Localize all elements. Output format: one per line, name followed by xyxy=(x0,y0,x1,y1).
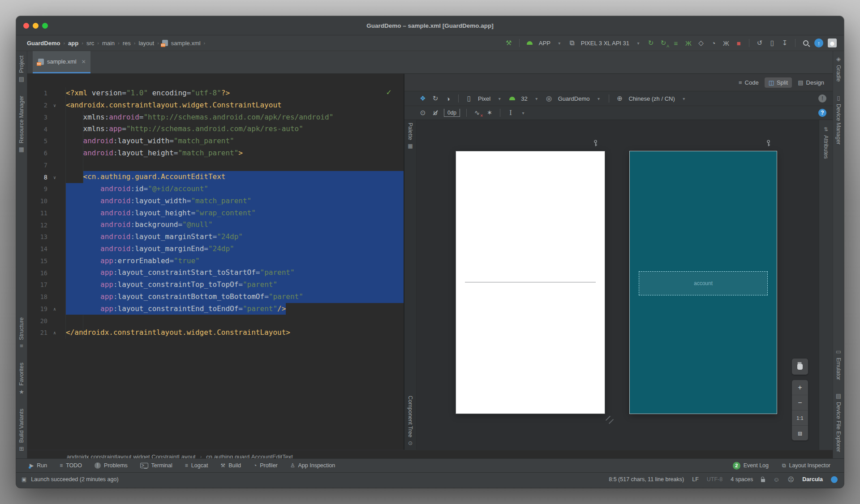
palette-tab[interactable]: Palette ▦ xyxy=(404,123,416,149)
structure-tool-tab[interactable]: Structure≡ xyxy=(18,317,25,350)
target-device-label[interactable]: PIXEL 3 XL API 31 xyxy=(580,38,630,48)
design-surface-icon[interactable]: ❖ xyxy=(419,94,427,103)
view-mode-design[interactable]: ▤Design xyxy=(794,77,828,88)
layout-inspector-button[interactable]: ⧉ Layout Inspector xyxy=(782,462,830,469)
todo-toolwindow-button[interactable]: ≡TODO xyxy=(60,462,82,469)
gutter[interactable]: 15 xyxy=(27,255,66,267)
close-tab-icon[interactable]: ✕ xyxy=(82,59,86,65)
code-line[interactable]: 8∨ <cn.authing.guard.AccountEditText xyxy=(27,171,404,183)
code-line[interactable]: 2∨<androidx.constraintlayout.widget.Cons… xyxy=(27,99,404,111)
component-tree-tab[interactable]: Component Tree ⊙ xyxy=(404,396,416,446)
gradle-sync-icon[interactable]: ↺ xyxy=(756,38,764,48)
gutter[interactable]: 5 xyxy=(27,135,66,147)
gutter[interactable]: 12 xyxy=(27,219,66,231)
code-line[interactable]: 17 app:layout_constraintTop_toTopOf="par… xyxy=(27,279,404,291)
theme-label[interactable]: GuardDemo xyxy=(558,94,590,103)
gutter[interactable]: 21∧ xyxy=(27,327,66,339)
gutter[interactable]: 13 xyxy=(27,231,66,243)
fold-marker-icon[interactable]: ∧ xyxy=(53,330,56,335)
breadcrumb-item[interactable]: GuardDemo xyxy=(27,40,60,47)
gutter[interactable]: 7 xyxy=(27,159,66,171)
indent-indicator[interactable]: 4 spaces xyxy=(731,476,753,483)
code-line[interactable]: 14 android:layout_marginEnd="24dp" xyxy=(27,243,404,255)
default-margin-selector[interactable]: 0dp xyxy=(444,109,460,117)
design-canvas[interactable]: account + − 1:1 xyxy=(417,120,819,450)
account-edittext-selected[interactable]: account xyxy=(639,271,768,295)
code-line[interactable]: 1<?xml version="1.0" encoding="utf-8"?> xyxy=(27,87,404,99)
code-line[interactable]: 6 android:layout_height="match_parent"> xyxy=(27,147,404,159)
gutter[interactable]: 16 xyxy=(27,267,66,279)
design-preview-device[interactable] xyxy=(456,151,605,414)
build-hammer-icon[interactable]: ⚒ xyxy=(505,38,513,48)
search-everywhere-icon[interactable] xyxy=(802,38,810,48)
stop-icon[interactable]: ■ xyxy=(735,38,743,48)
problems-toolwindow-button[interactable]: !Problems xyxy=(95,462,128,469)
favorites-tool-tab[interactable]: Favorites★ xyxy=(18,363,25,395)
attach-debugger-icon[interactable]: Ж xyxy=(722,38,730,48)
breadcrumb-item[interactable]: src xyxy=(86,40,94,47)
encoding-indicator[interactable]: UTF-8 xyxy=(707,476,722,483)
inspections-ok-icon[interactable]: ✓ xyxy=(386,88,392,97)
debug-icon[interactable]: Ж xyxy=(684,38,692,48)
run-config-label[interactable]: APP xyxy=(538,38,551,48)
zoom-in-button[interactable]: + xyxy=(792,380,808,395)
theme-icon[interactable]: ◎ xyxy=(545,94,553,103)
emulator-tool-tab[interactable]: ▭Emulator xyxy=(835,348,842,380)
read-write-lock-icon[interactable] xyxy=(761,479,765,482)
caret-position[interactable]: 8:5 (517 chars, 11 line breaks) xyxy=(609,476,684,483)
profiler-icon[interactable]: ◔ xyxy=(710,38,718,48)
code-line[interactable]: 18 app:layout_constraintBottom_toBottomO… xyxy=(27,291,404,303)
gutter[interactable]: 4 xyxy=(27,123,66,135)
orientation-icon[interactable]: ↻ xyxy=(431,94,439,103)
zoom-to-fit-button[interactable]: ⧈ xyxy=(792,426,808,440)
zoom-window-button[interactable] xyxy=(42,23,48,29)
breadcrumb-item[interactable]: layout xyxy=(138,40,154,47)
toolwindow-toggle-icon[interactable]: ▣ xyxy=(22,476,26,483)
code-line[interactable]: 21∧</androidx.constraintlayout.widget.Co… xyxy=(27,327,404,339)
pan-button[interactable] xyxy=(792,359,808,375)
code-line[interactable]: 10 android:layout_width="match_parent" xyxy=(27,195,404,207)
device-label[interactable]: Pixel xyxy=(477,94,491,103)
zoom-out-button[interactable]: − xyxy=(792,395,808,410)
app-inspection-toolwindow-button[interactable]: ♙App Inspection xyxy=(290,462,335,469)
code-line[interactable]: 16 app:layout_constraintStart_toStartOf=… xyxy=(27,267,404,279)
gutter[interactable]: 20 xyxy=(27,315,66,327)
device-chevron-icon[interactable]: ▾ xyxy=(495,94,503,103)
api-chevron-icon[interactable]: ▾ xyxy=(533,94,541,103)
code-line[interactable]: 11 android:layout_height="wrap_content" xyxy=(27,207,404,219)
breadcrumb-item[interactable]: app xyxy=(68,40,78,47)
breadcrumb-item[interactable]: res xyxy=(123,40,131,47)
view-options-eye-icon[interactable]: ⊙ xyxy=(419,108,427,118)
code-line[interactable]: 12 android:background="@null" xyxy=(27,219,404,231)
theme-chevron-icon[interactable]: ▾ xyxy=(594,94,602,103)
locale-globe-icon[interactable]: ⊕ xyxy=(615,94,624,103)
pack-align-icon[interactable]: I xyxy=(507,108,515,118)
run-toolwindow-button[interactable]: ▶Run xyxy=(30,462,47,469)
code-line[interactable]: 20 xyxy=(27,315,404,327)
code-line[interactable]: 7 xyxy=(27,159,404,171)
run-config-android-icon[interactable] xyxy=(526,38,534,48)
apply-changes-icon[interactable]: ↻ xyxy=(647,38,655,48)
build-variants-tool-tab[interactable]: Build Variants⊞ xyxy=(18,409,25,452)
locale-chevron-icon[interactable]: ▾ xyxy=(680,94,688,103)
autoconnect-off-magnet-icon[interactable]: ∪ xyxy=(431,108,439,118)
gutter[interactable]: 2∨ xyxy=(27,99,66,111)
feedback-frown-icon[interactable]: ☹ xyxy=(788,476,795,483)
attributes-tab[interactable]: ⇅ Attributes xyxy=(819,126,833,159)
preview-resize-handle[interactable] xyxy=(606,416,614,424)
gradle-tool-tab[interactable]: ◈Gradle xyxy=(835,56,842,82)
code-line[interactable]: 4 xmlns:app="http://schemas.android.com/… xyxy=(27,123,404,135)
blueprint-preview-device[interactable]: account xyxy=(630,151,777,414)
fold-marker-icon[interactable]: ∨ xyxy=(53,175,56,179)
device-selector-icon[interactable]: ⧉ xyxy=(568,38,576,48)
gutter[interactable]: 10 xyxy=(27,195,66,207)
apply-code-changes-icon[interactable]: ↻A xyxy=(659,38,667,48)
pack-chevron-icon[interactable]: ▾ xyxy=(519,108,527,118)
issue-panel-icon[interactable]: ! xyxy=(818,94,826,103)
code-line[interactable]: 13 android:layout_marginStart="24dp" xyxy=(27,231,404,243)
fold-marker-icon[interactable]: ∨ xyxy=(53,103,56,108)
gutter[interactable]: 14 xyxy=(27,243,66,255)
logcat-toolwindow-button[interactable]: ≡Logcat xyxy=(185,462,208,469)
tab-sample-xml[interactable]: sample.xml ✕ xyxy=(33,51,90,73)
update-available-icon[interactable]: ↑ xyxy=(814,38,823,47)
